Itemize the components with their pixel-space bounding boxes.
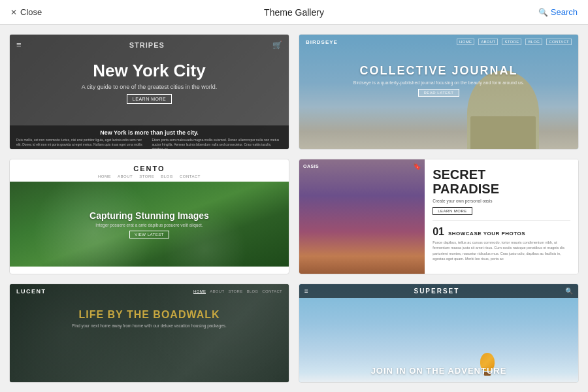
stripes-subheading: A city guide to one of the greatest citi… — [23, 84, 276, 90]
cento-brand: CENTO — [10, 165, 289, 172]
oasis-showcase-text: Fusce dapibus, tellus ac cursus commodo,… — [433, 240, 570, 261]
lucent-nav-blog: BLOG — [246, 289, 258, 294]
cart-icon: 🛒 — [272, 41, 282, 50]
lucent-heading: LIFE BY THE BOADWALK — [16, 309, 282, 321]
lucent-nav-store: STORE — [228, 289, 242, 294]
lucent-subheading: Find your next home away from home with … — [16, 323, 282, 328]
birdseye-brand: BIRDSEYE — [306, 39, 338, 45]
oasis-heading: SECRETPARADISE — [433, 167, 570, 196]
birdseye-heading: COLLECTIVE JOURNAL — [312, 64, 565, 78]
search-button[interactable]: 🔍 Search — [538, 7, 578, 17]
header: ✕ Close Theme Gallery 🔍 Search — [0, 0, 588, 25]
menu-icon: ≡ — [304, 287, 308, 295]
oasis-tagline: Create your own personal oasis — [433, 199, 570, 203]
cento-cta-button: VIEW LATEST — [129, 231, 169, 238]
stripes-col1-text: Duis mollis, est non commodo luctus, nis… — [16, 138, 147, 150]
oasis-showcase-title: SHOWCASE YOUR PHOTOS — [448, 231, 525, 237]
theme-card-stripes[interactable]: ≡ STRIPES 🛒 New York City A city guide t… — [9, 34, 289, 150]
lucent-nav: HOME ABOUT STORE BLOG CONTACT — [193, 289, 282, 294]
bookmark-icon: 🔖 — [413, 163, 421, 170]
birdseye-cta-button: READ LATEST — [418, 89, 459, 97]
oasis-brand: OASIS — [303, 164, 319, 169]
close-icon: ✕ — [10, 8, 17, 17]
theme-card-cento[interactable]: CENTO HOME ABOUT STORE BLOG CONTACT Capt… — [9, 159, 289, 274]
oasis-cta-button: LEARN MORE — [433, 207, 472, 215]
oasis-showcase-num: 01 — [433, 226, 444, 238]
birdseye-nav: HOME ABOUT STORE BLOG CONTACT — [457, 39, 572, 45]
stripes-brand: STRIPES — [129, 41, 165, 49]
cento-nav-contact: CONTACT — [180, 174, 201, 178]
theme-card-oasis[interactable]: OASIS 🔖 SECRETPARADISE Create your own p… — [299, 159, 579, 274]
search-icon: 🔍 — [538, 8, 548, 17]
theme-card-birdseye[interactable]: BIRDSEYE HOME ABOUT STORE BLOG CONTACT C… — [299, 34, 579, 150]
cento-nav-store: STORE — [139, 174, 154, 178]
theme-gallery: ≡ STRIPES 🛒 New York City A city guide t… — [0, 25, 588, 392]
cento-nav-about: ABOUT — [118, 174, 133, 178]
close-label: Close — [20, 7, 42, 17]
lucent-nav-home: HOME — [193, 289, 206, 294]
lucent-nav-contact: CONTACT — [262, 289, 282, 294]
cento-nav-home: HOME — [98, 174, 111, 178]
cento-nav-blog: BLOG — [161, 174, 173, 178]
stripes-col2-text: Etiam porta sem malesuada magna mollis e… — [152, 138, 283, 150]
search-icon: 🔍 — [565, 287, 573, 295]
stripes-heading: New York City — [23, 61, 276, 81]
birdseye-nav-store: STORE — [502, 39, 521, 45]
birdseye-nav-contact: CONTACT — [546, 39, 572, 45]
superset-heading: JOIN IN ON THE ADVENTURE — [299, 366, 578, 376]
birdseye-subheading: Birdseye is a quarterly-published journa… — [312, 80, 565, 85]
lucent-nav-about: ABOUT — [210, 289, 224, 294]
birdseye-nav-blog: BLOG — [525, 39, 542, 45]
page-title: Theme Gallery — [264, 7, 324, 18]
lucent-brand: LUCENT — [16, 288, 46, 295]
superset-brand: SUPERSET — [414, 287, 459, 295]
stripes-cta-button: LEARN MORE — [127, 94, 172, 104]
close-button[interactable]: ✕ Close — [10, 7, 42, 17]
birdseye-nav-home: HOME — [457, 39, 474, 45]
theme-card-superset[interactable]: ≡ SUPERSET 🔍 JOIN IN ON THE ADVENTURE — [299, 284, 579, 383]
birdseye-nav-about: ABOUT — [478, 39, 498, 45]
stripes-bottom-title: New York is more than just the city. — [16, 129, 282, 136]
cento-heading: Capturing Stunning Images — [90, 210, 209, 221]
cento-subheading: Integer posuere erat a ante dapibus posu… — [95, 223, 203, 227]
cento-nav: HOME ABOUT STORE BLOG CONTACT — [10, 174, 289, 178]
menu-icon: ≡ — [16, 40, 22, 50]
theme-card-lucent[interactable]: LUCENT HOME ABOUT STORE BLOG CONTACT LIF… — [9, 284, 289, 383]
search-label: Search — [551, 7, 578, 17]
